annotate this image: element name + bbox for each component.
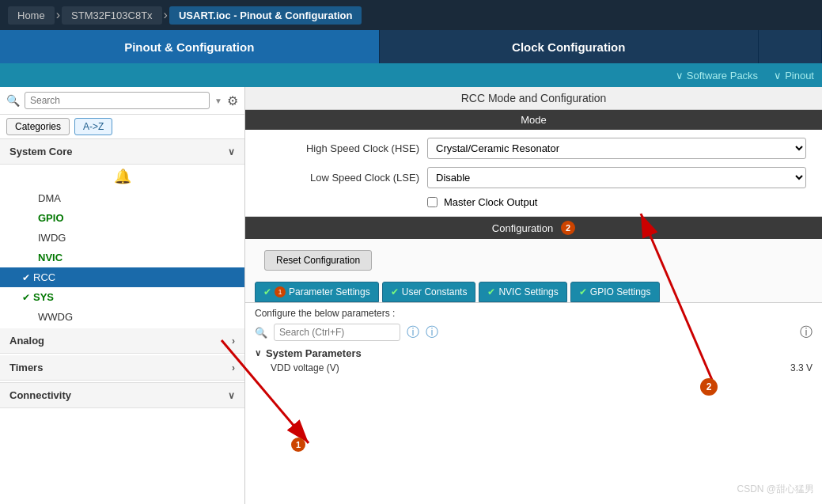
config-badge-2: 2 — [561, 221, 575, 235]
lse-row: Low Speed Clock (LSE) Disable — [261, 167, 806, 188]
chevron-down-icon-2: ∨ — [774, 70, 782, 81]
chevron-analog: › — [232, 335, 235, 347]
watermark: CSDN @甜心猛男 — [737, 483, 814, 496]
gpio-check-icon: ✔ — [579, 286, 587, 297]
tab-categories[interactable]: Categories — [6, 118, 70, 135]
sidebar-item-dma[interactable]: DMA — [0, 188, 244, 208]
config-search-row: 🔍 ⓘ ⓘ ⓘ — [255, 324, 813, 341]
sidebar-group-system-core-items: 🔔 DMA GPIO IWDG — [0, 165, 244, 327]
config-body: Configure the below parameters : 🔍 ⓘ ⓘ ⓘ… — [245, 303, 822, 504]
config-tabs: ✔ 1 Parameter Settings ✔ User Constants … — [245, 282, 822, 303]
chevron-param-icon: ∨ — [255, 348, 261, 358]
right-panel: RCC Mode and Configuration Mode High Spe… — [245, 87, 822, 504]
sub-tab-pinout[interactable]: ∨ Pinout — [774, 70, 814, 81]
tab-az[interactable]: A->Z — [74, 118, 112, 135]
user-tab-label: User Constants — [402, 286, 468, 297]
sidebar-item-wwdg[interactable]: WWDG — [0, 307, 244, 327]
analog-label: Analog — [9, 335, 44, 347]
param-group-label: System Parameters — [266, 347, 362, 359]
gpio-tab-label: GPIO Settings — [590, 286, 651, 297]
search-icon: 🔍 — [6, 94, 20, 107]
config-search-input[interactable] — [274, 324, 400, 341]
sidebar-group-connectivity-header[interactable]: Connectivity ∨ — [0, 383, 244, 408]
vdd-label: VDD voltage (V) — [271, 362, 339, 373]
sidebar-group-connectivity: Connectivity ∨ — [0, 382, 244, 408]
rcc-check-icon: ✔ — [22, 272, 30, 283]
sidebar-search-row: 🔍 ▼ ⚙ — [0, 87, 244, 115]
info-icon-3[interactable]: ⓘ — [800, 324, 813, 341]
config-tab-nvic-settings[interactable]: ✔ NVIC Settings — [479, 282, 566, 302]
sidebar-group-timers-header[interactable]: Timers › — [0, 355, 244, 381]
user-check-icon: ✔ — [391, 286, 399, 297]
hse-row: High Speed Clock (HSE) Crystal/Ceramic R… — [261, 138, 806, 159]
sys-check-icon: ✔ — [22, 292, 30, 303]
hse-label: High Speed Clock (HSE) — [261, 142, 419, 154]
sidebar: 🔍 ▼ ⚙ Categories A->Z System Core ∨ — [0, 87, 245, 504]
breadcrumb: Home › STM32F103C8Tx › USART.ioc - Pinou… — [0, 0, 822, 30]
sidebar-group-analog: Analog › — [0, 328, 244, 354]
vdd-row: VDD voltage (V) 3.3 V — [255, 362, 813, 373]
chevron-connectivity: ∨ — [228, 390, 235, 401]
sidebar-item-nvic[interactable]: NVIC — [0, 248, 244, 267]
chevron-input-icon: ▼ — [214, 97, 222, 105]
nvic-tab-label: NVIC Settings — [498, 286, 558, 297]
sidebar-group-system-core-header[interactable]: System Core ∨ — [0, 139, 244, 165]
hse-select[interactable]: Crystal/Ceramic Resonator — [427, 138, 806, 159]
sidebar-group-timers: Timers › — [0, 355, 244, 381]
sidebar-item-rcc[interactable]: ✔ RCC — [0, 267, 244, 287]
config-section: Configuration 2 Reset Configuration ✔ 1 … — [245, 217, 822, 504]
info-icon-2[interactable]: ⓘ — [426, 324, 438, 341]
config-tab-parameter-settings[interactable]: ✔ 1 Parameter Settings — [255, 282, 379, 302]
sidebar-list: System Core ∨ 🔔 DMA — [0, 139, 244, 504]
panel-title: RCC Mode and Configuration — [245, 87, 822, 110]
config-header: Configuration 2 — [245, 217, 822, 239]
reset-btn-wrapper: Reset Configuration — [245, 239, 822, 282]
reset-config-button[interactable]: Reset Configuration — [264, 250, 372, 271]
info-icon-1[interactable]: ⓘ — [407, 324, 419, 341]
sidebar-item-sys[interactable]: ✔ SYS — [0, 287, 244, 307]
chevron-down-icon: ∨ — [676, 70, 684, 81]
tab-pinout-config[interactable]: Pinout & Configuration — [0, 30, 380, 63]
vdd-value: 3.3 V — [790, 362, 813, 373]
breadcrumb-sep-1: › — [56, 8, 60, 22]
master-clock-row: Master Clock Output — [261, 196, 806, 208]
breadcrumb-sep-2: › — [164, 8, 168, 22]
system-core-label: System Core — [9, 146, 72, 157]
search-icon-config: 🔍 — [255, 327, 267, 339]
chevron-system-core: ∨ — [228, 146, 235, 157]
scroll-icon: 🔔 — [114, 168, 131, 185]
sidebar-category-tabs: Categories A->Z — [0, 115, 244, 139]
config-tab-gpio-settings[interactable]: ✔ GPIO Settings — [570, 282, 660, 302]
chevron-timers: › — [232, 362, 235, 373]
breadcrumb-current[interactable]: USART.ioc - Pinout & Configuration — [169, 6, 362, 25]
gear-icon[interactable]: ⚙ — [227, 93, 238, 108]
main-content: 🔍 ▼ ⚙ Categories A->Z System Core ∨ — [0, 87, 822, 504]
sidebar-item-iwdg[interactable]: IWDG — [0, 228, 244, 248]
mode-section-header: Mode — [245, 110, 822, 130]
breadcrumb-home[interactable]: Home — [8, 6, 55, 25]
param-check-icon: ✔ — [263, 286, 271, 297]
master-clock-label: Master Clock Output — [444, 196, 538, 208]
param-tab-label: Parameter Settings — [289, 286, 370, 297]
config-header-label: Configuration — [492, 222, 553, 234]
tab-extra[interactable] — [759, 30, 822, 63]
mode-form: High Speed Clock (HSE) Crystal/Ceramic R… — [245, 130, 822, 217]
param-group-header: ∨ System Parameters — [255, 347, 813, 359]
sidebar-item-gpio[interactable]: GPIO — [0, 208, 244, 228]
lse-label: Low Speed Clock (LSE) — [261, 172, 419, 184]
search-input[interactable] — [25, 92, 210, 109]
master-clock-checkbox[interactable] — [427, 197, 438, 207]
sub-tab-software-packs[interactable]: ∨ Software Packs — [676, 70, 758, 81]
sidebar-group-analog-header[interactable]: Analog › — [0, 328, 244, 354]
sidebar-group-system-core: System Core ∨ 🔔 DMA — [0, 139, 244, 327]
sub-tabs: ∨ Software Packs ∨ Pinout — [0, 63, 822, 87]
timers-label: Timers — [9, 362, 43, 373]
param-badge: 1 — [275, 286, 286, 297]
lse-select[interactable]: Disable — [427, 167, 806, 188]
nvic-check-icon: ✔ — [487, 286, 495, 297]
config-tab-user-constants[interactable]: ✔ User Constants — [382, 282, 476, 302]
connectivity-label: Connectivity — [9, 389, 71, 401]
config-note: Configure the below parameters : — [255, 308, 813, 319]
breadcrumb-device[interactable]: STM32F103C8Tx — [62, 6, 162, 25]
tab-clock-config[interactable]: Clock Configuration — [380, 30, 759, 63]
